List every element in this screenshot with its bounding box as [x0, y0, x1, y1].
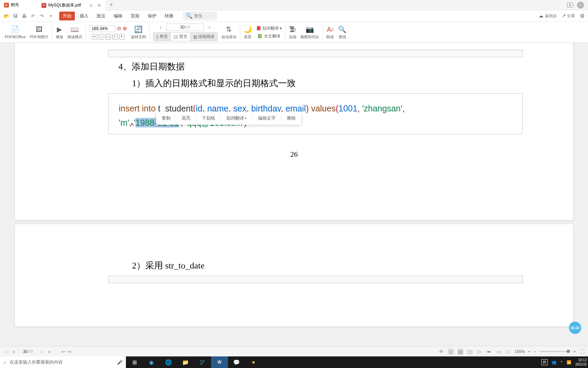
- search-box[interactable]: 🔍: [183, 12, 217, 20]
- ctx-edit-text[interactable]: 编辑文字: [252, 114, 281, 123]
- share-button[interactable]: ↗ 分享: [562, 13, 575, 19]
- zoom-thumb[interactable]: [567, 350, 570, 353]
- wifi-icon[interactable]: 📶: [567, 360, 571, 365]
- rotate-button[interactable]: 🔄 旋转文档: [129, 23, 148, 42]
- menu-protect[interactable]: 保护: [144, 12, 160, 20]
- read-aloud-button[interactable]: A)) 朗读: [324, 23, 336, 42]
- actual-size-icon[interactable]: 1:1: [105, 34, 111, 40]
- timer-badge[interactable]: 03:23: [569, 322, 581, 334]
- undo-icon[interactable]: ↶: [30, 13, 36, 19]
- read-mode-button[interactable]: 📖 阅读模式: [65, 23, 84, 42]
- add-tab-button[interactable]: +: [105, 1, 117, 9]
- zoom-in-icon[interactable]: ⊕: [122, 25, 127, 32]
- rotate-icon: 🔄: [134, 25, 143, 34]
- word-translate-button[interactable]: 📕 划词翻译 ▾: [256, 26, 282, 31]
- sync-status[interactable]: ☁ 未同步: [539, 13, 557, 19]
- ctx-underline[interactable]: 下划线: [196, 114, 221, 123]
- fit-page-sb-icon[interactable]: ▭: [495, 349, 502, 355]
- fit-width-icon[interactable]: ⬌: [92, 34, 97, 40]
- task-view-icon[interactable]: ⊞: [126, 356, 143, 368]
- fit-page-icon[interactable]: ▭: [99, 34, 104, 40]
- sb-last-page-icon[interactable]: »: [45, 349, 53, 354]
- zoom-input[interactable]: [89, 25, 115, 32]
- play-slideshow-icon[interactable]: ▷: [476, 349, 483, 355]
- app-icon-4[interactable]: ●: [245, 356, 262, 368]
- document-viewport[interactable]: 4、添加日期数据 1）插入的日期格式和显示的日期格式一致 insert into…: [0, 43, 588, 346]
- close-icon[interactable]: ✕: [97, 3, 101, 8]
- zoom-slider[interactable]: [539, 351, 570, 352]
- wps-icon[interactable]: W: [211, 356, 228, 368]
- app-icon-3[interactable]: 💬: [228, 356, 245, 368]
- loop-icon[interactable]: ↻: [112, 34, 118, 40]
- explorer-icon[interactable]: 📁: [177, 356, 194, 368]
- play-button[interactable]: ▶ 播放: [54, 23, 65, 42]
- menu-page[interactable]: 页面: [127, 12, 143, 20]
- print-icon[interactable]: 🖶: [21, 13, 27, 19]
- restore-window-icon[interactable]: 1: [567, 3, 573, 7]
- tray-up-icon[interactable]: ^: [560, 360, 562, 364]
- fullscreen-icon[interactable]: ⛶: [579, 349, 585, 355]
- menu-annotate[interactable]: 批注: [93, 12, 109, 20]
- pdf-to-image-button[interactable]: 🖼 PDF转图片: [28, 23, 51, 42]
- view-single-icon[interactable]: ▯: [448, 349, 454, 355]
- clock[interactable]: 10:12 2021/3/: [575, 358, 587, 367]
- fit-width-sb-icon[interactable]: ⬌: [486, 349, 492, 355]
- view-double-icon[interactable]: ▯▯: [467, 349, 473, 355]
- mic-icon[interactable]: 🎤: [117, 360, 122, 365]
- next-page-icon[interactable]: ›: [207, 24, 212, 30]
- zoom-plus-icon[interactable]: +: [573, 349, 576, 354]
- auto-scroll-button[interactable]: ⇅ 自动滚动: [219, 23, 239, 42]
- tray-people-icon[interactable]: 👥: [552, 360, 556, 365]
- dropdown-icon[interactable]: ▾: [48, 13, 54, 19]
- sb-page-display[interactable]: 30/89: [18, 349, 38, 354]
- sb-next-page-icon[interactable]: ›: [38, 349, 45, 354]
- save-icon[interactable]: 🖫: [12, 13, 18, 19]
- zoom-out-icon[interactable]: ⊖: [117, 25, 121, 32]
- ctx-erase[interactable]: 擦除: [281, 114, 301, 123]
- full-translate-button[interactable]: 📗 全文翻译: [258, 33, 280, 39]
- chrome-icon[interactable]: 🌐: [160, 356, 177, 368]
- tab-home[interactable]: D 稻壳: [0, 0, 37, 10]
- ctx-highlight[interactable]: 高亮: [176, 114, 196, 123]
- single-page-button[interactable]: ▯ 单页: [153, 33, 171, 41]
- chevron-down-icon: ▾: [245, 117, 247, 120]
- sb-back-icon[interactable]: ↩: [60, 349, 66, 355]
- sb-prev-page-icon[interactable]: «: [10, 349, 18, 354]
- sb-forward-icon[interactable]: ↪: [66, 349, 72, 355]
- pdf-to-office-button[interactable]: 📄 PDF转Office: [3, 23, 28, 42]
- ime-indicator[interactable]: 拼: [541, 359, 548, 365]
- search-input[interactable]: [194, 14, 214, 18]
- scroll-icon: ⇅: [226, 25, 232, 34]
- menu-start[interactable]: 开始: [59, 12, 75, 20]
- continuous-button[interactable]: ▤ 连续阅读: [191, 33, 217, 41]
- zoom-dropdown-icon[interactable]: ▾: [528, 350, 530, 353]
- tab-restore-icon[interactable]: ⧉: [89, 3, 93, 8]
- redo-icon[interactable]: ↷: [39, 13, 45, 19]
- actual-size-sb-icon[interactable]: □: [505, 349, 511, 355]
- taskbar-search[interactable]: ○ 在这里输入你要搜索的内容 🎤: [0, 356, 126, 368]
- tab-document[interactable]: P MySQL数据库.pdf ⧉ ✕: [37, 0, 105, 10]
- ctx-translate[interactable]: 划词翻译 ▾: [221, 114, 252, 123]
- zoom-minus-icon[interactable]: −: [534, 349, 536, 354]
- settings-icon[interactable]: ⚙: [580, 13, 585, 19]
- prev-page-icon[interactable]: ‹: [158, 24, 164, 30]
- double-page-button[interactable]: ▯▯ 双页: [171, 33, 191, 41]
- fit-height-icon[interactable]: ⬍: [119, 34, 125, 40]
- edge-icon[interactable]: ◉: [143, 356, 160, 368]
- open-icon[interactable]: 📂: [3, 13, 10, 19]
- menu-convert[interactable]: 转换: [161, 12, 177, 20]
- eye-icon[interactable]: 👁: [438, 349, 444, 355]
- menu-edit[interactable]: 编辑: [110, 12, 126, 20]
- page-number-input[interactable]: 30/89: [166, 24, 204, 31]
- screenshot-button[interactable]: 📷 截图和对比: [298, 23, 321, 42]
- app-icon-1[interactable]: 🕊: [194, 356, 211, 368]
- sb-first-page-icon[interactable]: ‹: [3, 349, 10, 354]
- avatar[interactable]: [577, 2, 584, 9]
- menu-insert[interactable]: 插入: [76, 12, 92, 20]
- view-continuous-icon[interactable]: ▤: [457, 349, 463, 355]
- page-number: 26: [108, 150, 480, 159]
- ctx-copy[interactable]: 复制: [156, 114, 176, 123]
- compress-button[interactable]: 🗜 压缩: [287, 23, 298, 42]
- background-button[interactable]: 🌙 背景: [242, 23, 254, 42]
- find-button[interactable]: 🔍 查找: [336, 23, 348, 42]
